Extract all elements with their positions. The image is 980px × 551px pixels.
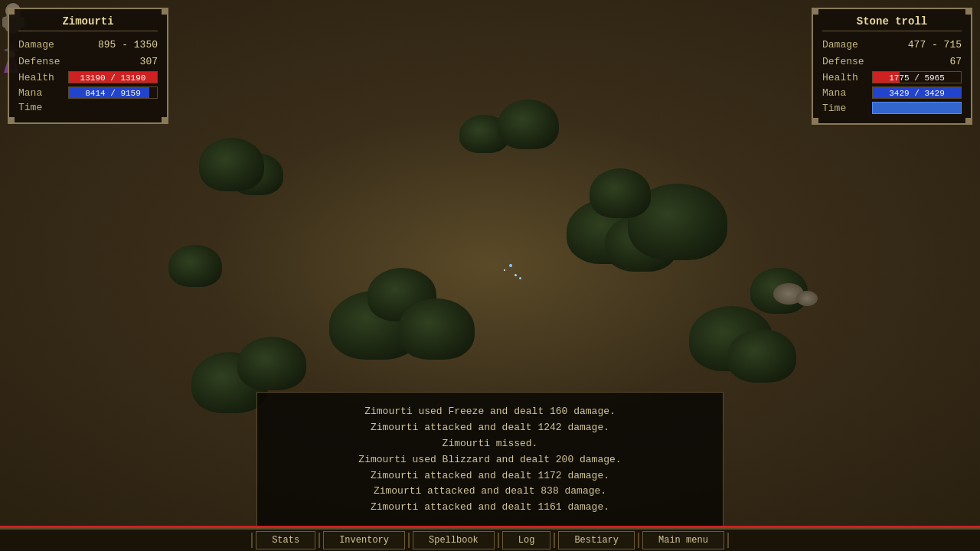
enemy-defense-row: Defense 67: [822, 54, 962, 68]
particle-2: [514, 274, 517, 276]
enemy-time-bar: [872, 102, 962, 114]
log-message: Zimourti used Blizzard and dealt 200 dam…: [273, 452, 707, 468]
defense-value: 307: [140, 56, 158, 67]
main-menu-button[interactable]: Main menu: [642, 531, 724, 549]
corner-decoration: [8, 117, 15, 123]
enemy-health-bar-container: Health 1775 / 5965: [822, 71, 962, 83]
corner-decoration: [812, 118, 818, 124]
nav-divider: [498, 533, 499, 548]
enemy-time-label: Time: [822, 103, 872, 114]
enemy-defense-value: 67: [949, 56, 962, 67]
enemy-health-text: 1775 / 5965: [873, 72, 961, 84]
stats-button[interactable]: Stats: [256, 531, 315, 549]
svg-rect-4: [2, 17, 7, 28]
corner-decoration: [162, 117, 168, 123]
bestiary-button[interactable]: Bestiary: [558, 531, 635, 549]
time-label: Time: [18, 102, 68, 113]
damage-label: Damage: [18, 39, 68, 51]
nav-divider: [251, 533, 253, 548]
bush-9: [199, 138, 264, 191]
mana-label: Mana: [18, 87, 68, 99]
nav-divider: [554, 533, 555, 548]
bush-17: [498, 99, 559, 149]
player-panel: Zimourti Damage 895 - 1350 Defense 307 H…: [8, 8, 168, 124]
mana-text: 8414 / 9159: [69, 87, 157, 99]
spellbook-button[interactable]: Spellbook: [413, 531, 495, 549]
enemy-name: Stone troll: [822, 15, 962, 31]
nav-divider: [638, 533, 639, 548]
enemy-time-row: Time: [822, 102, 962, 114]
bush-11: [237, 337, 306, 390]
corner-decoration: [965, 8, 972, 15]
enemy-damage-value: 477 - 715: [908, 39, 962, 51]
enemy-mana-bar: 3429 / 3429: [872, 86, 962, 99]
enemy-mana-label: Mana: [822, 87, 872, 99]
log-message: Zimourti attacked and dealt 1161 damage.: [273, 500, 707, 516]
log-message: Zimourti missed.: [273, 436, 707, 452]
log-messages: Zimourti used Freeze and dealt 160 damag…: [273, 404, 707, 516]
nav-divider: [408, 533, 410, 548]
log-message: Zimourti attacked and dealt 838 damage.: [273, 484, 707, 500]
bush-14: [727, 329, 796, 383]
corner-decoration: [8, 8, 15, 15]
log-message: Zimourti attacked and dealt 1172 damage.: [273, 468, 707, 484]
enemy-mana-bar-container: Mana 3429 / 3429: [822, 86, 962, 99]
health-label: Health: [18, 72, 68, 83]
mana-bar: 8414 / 9159: [68, 86, 158, 99]
health-text: 13190 / 13190: [69, 72, 157, 84]
particle-4: [519, 277, 521, 279]
enemy-health-bar: 1775 / 5965: [872, 71, 962, 83]
particle-1: [509, 264, 512, 267]
log-message: Zimourti attacked and dealt 1242 damage.: [273, 420, 707, 436]
enemy-damage-row: Damage 477 - 715: [822, 37, 962, 51]
log-message: Zimourti used Freeze and dealt 160 damag…: [273, 404, 707, 420]
time-row: Time: [18, 102, 158, 113]
bush-12: [168, 245, 222, 287]
log-button[interactable]: Log: [502, 531, 551, 549]
enemy-damage-label: Damage: [822, 39, 872, 51]
bush-3: [398, 298, 475, 360]
rock-2: [796, 291, 818, 306]
nav-bar: Stats Inventory Spellbook Log Bestiary M…: [0, 528, 980, 551]
enemy-mana-text: 3429 / 3429: [873, 87, 961, 99]
defense-label: Defense: [18, 56, 68, 67]
damage-value: 895 - 1350: [98, 39, 158, 51]
health-bar-container: Health 13190 / 13190: [18, 71, 158, 83]
nav-divider: [318, 533, 320, 548]
damage-row: Damage 895 - 1350: [18, 37, 158, 51]
health-bar: 13190 / 13190: [68, 71, 158, 83]
defense-row: Defense 307: [18, 54, 158, 68]
bush-7: [590, 168, 651, 218]
particle-3: [504, 269, 505, 271]
log-panel: Zimourti used Freeze and dealt 160 damag…: [256, 392, 724, 528]
nav-divider: [727, 533, 729, 548]
player-name: Zimourti: [18, 15, 158, 31]
mana-bar-container: Mana 8414 / 9159: [18, 86, 158, 99]
inventory-button[interactable]: Inventory: [323, 531, 405, 549]
corner-decoration: [162, 8, 168, 15]
enemy-health-label: Health: [822, 72, 872, 83]
corner-decoration: [812, 8, 818, 15]
enemy-panel: Stone troll Damage 477 - 715 Defense 67 …: [812, 8, 972, 125]
enemy-defense-label: Defense: [822, 56, 872, 67]
corner-decoration: [965, 118, 972, 124]
